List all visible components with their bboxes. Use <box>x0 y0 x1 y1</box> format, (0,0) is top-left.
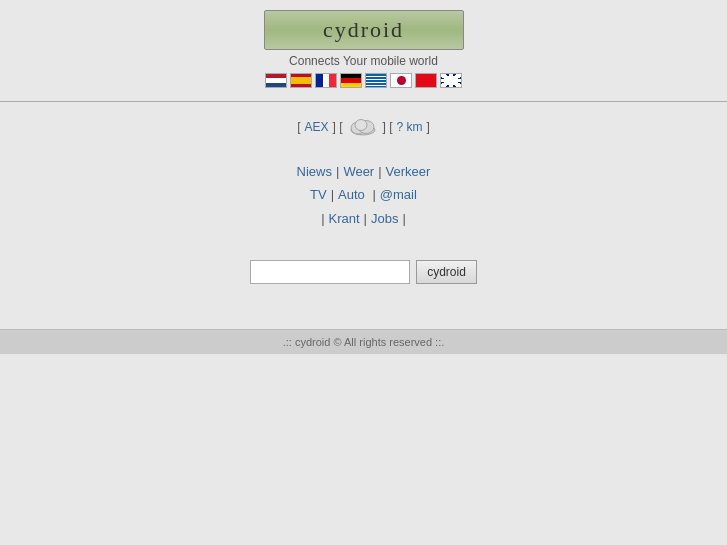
cloud-icon[interactable] <box>347 117 379 137</box>
nav-row-2: TV | Auto | @mail <box>310 183 417 206</box>
tagline: Connects Your mobile world <box>289 54 438 68</box>
nav-tv[interactable]: TV <box>310 183 327 206</box>
flag-tr[interactable] <box>415 73 437 88</box>
logo-banner: cydroid <box>264 10 464 50</box>
widget-row: [ AEX ] [ ] [ ? km ] <box>297 117 430 137</box>
nav-verkeer[interactable]: Verkeer <box>386 160 431 183</box>
widget-bracket-end: ] [ <box>383 120 393 134</box>
sep-1: | <box>336 160 339 183</box>
nav-jobs[interactable]: Jobs <box>371 207 398 230</box>
flag-jp[interactable] <box>390 73 412 88</box>
nav-mail[interactable]: @mail <box>380 183 417 206</box>
sep-7: | <box>402 207 405 230</box>
jp-circle <box>397 76 406 85</box>
sep-4: | <box>369 183 376 206</box>
nav-section: Niews | Weer | Verkeer TV | Auto | @mail… <box>297 160 431 230</box>
logo-text: cydroid <box>323 17 404 43</box>
gb-inner <box>441 74 461 87</box>
flag-gb[interactable] <box>440 73 462 88</box>
distance-link[interactable]: ? km <box>397 120 423 134</box>
svg-point-3 <box>355 120 367 131</box>
flag-es[interactable] <box>290 73 312 88</box>
widget-bracket-close: ] <box>427 120 430 134</box>
sep-3: | <box>331 183 334 206</box>
page-wrapper: cydroid Connects Your mobile world <box>0 0 727 545</box>
widget-bracket-middle: ] [ <box>332 120 342 134</box>
nav-row-3: | Krant | Jobs | <box>317 207 410 230</box>
nav-weer[interactable]: Weer <box>343 160 374 183</box>
header-section: cydroid Connects Your mobile world <box>0 0 727 96</box>
footer-bar: .:: cydroid © All rights reserved ::. <box>0 329 727 354</box>
sep-5: | <box>321 207 324 230</box>
aex-link[interactable]: AEX <box>304 120 328 134</box>
search-section: cydroid <box>250 260 477 284</box>
flag-de[interactable] <box>340 73 362 88</box>
flags-row <box>265 73 462 88</box>
nav-niews[interactable]: Niews <box>297 160 332 183</box>
search-input[interactable] <box>250 260 410 284</box>
header-divider <box>0 101 727 102</box>
footer-text: .:: cydroid © All rights reserved ::. <box>283 336 445 348</box>
sep-2: | <box>378 160 381 183</box>
nav-row-1: Niews | Weer | Verkeer <box>297 160 431 183</box>
nav-krant[interactable]: Krant <box>329 207 360 230</box>
flag-fr[interactable] <box>315 73 337 88</box>
flag-gr[interactable] <box>365 73 387 88</box>
flag-nl[interactable] <box>265 73 287 88</box>
sep-6: | <box>364 207 367 230</box>
search-button[interactable]: cydroid <box>416 260 477 284</box>
nav-auto[interactable]: Auto <box>338 183 365 206</box>
main-content: cydroid Connects Your mobile world <box>0 0 727 354</box>
widget-bracket-open: [ <box>297 120 300 134</box>
